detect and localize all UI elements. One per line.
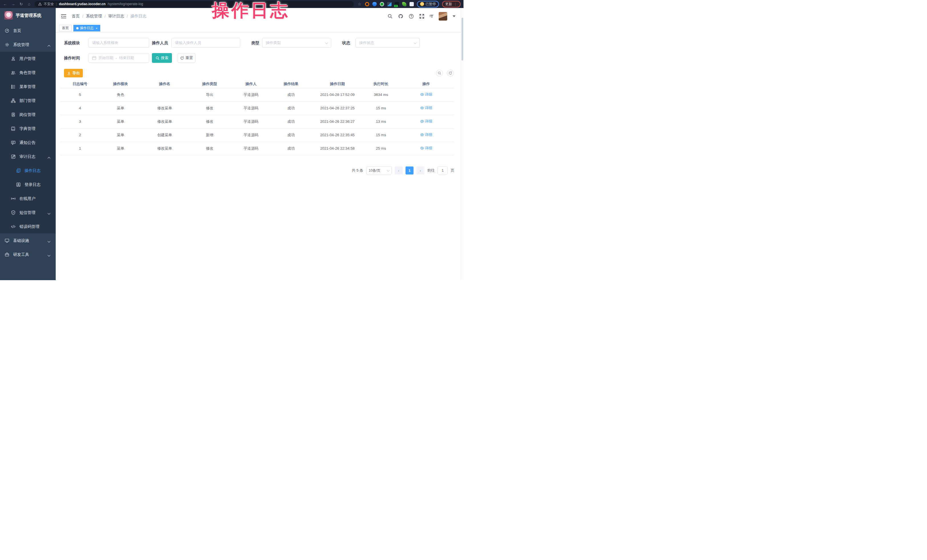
bookmark-star-icon[interactable]: ☆: [357, 2, 362, 6]
detail-link-label: 详细: [425, 146, 432, 151]
collapse-sidebar-icon[interactable]: [61, 14, 67, 18]
table-cell: 成功: [271, 128, 311, 142]
user-menu-caret-icon[interactable]: [453, 15, 456, 17]
breadcrumb-item[interactable]: 首页: [72, 14, 80, 19]
detail-link[interactable]: 详细: [420, 132, 432, 137]
extension-icon[interactable]: [372, 2, 377, 6]
sidebar-item-label: 操作日志: [24, 168, 41, 173]
home-icon[interactable]: ⌂: [27, 2, 31, 6]
detail-link-label: 详细: [425, 119, 432, 124]
search-icon[interactable]: [388, 14, 393, 19]
browser-update-button[interactable]: 更新 ⋮: [442, 1, 460, 8]
detail-link[interactable]: 详细: [420, 105, 432, 111]
sidebar-item-菜单管理[interactable]: 菜单管理: [0, 80, 56, 94]
sidebar-item-审计日志[interactable]: 审计日志: [0, 150, 56, 164]
tab-操作日志[interactable]: 操作日志×: [73, 25, 100, 32]
detail-link-label: 详细: [425, 92, 432, 97]
sidebar-item-错误码管理[interactable]: 错误码管理: [0, 220, 56, 234]
fullscreen-icon[interactable]: [419, 14, 424, 19]
extension-cluster: ☆ on 已暂停 更新 ⋮: [357, 1, 460, 8]
operator-input[interactable]: 请输入操作人员: [171, 38, 240, 48]
dictionary-icon: [11, 126, 16, 131]
scrollbar-thumb[interactable]: [462, 18, 463, 61]
github-icon[interactable]: [398, 14, 403, 19]
table-cell: 4: [60, 102, 100, 115]
sidebar-item-部门管理[interactable]: 部门管理: [0, 94, 56, 108]
export-button[interactable]: 导出: [64, 69, 83, 77]
tab-首页[interactable]: 首页: [59, 25, 72, 32]
sidebar-item-用户管理[interactable]: 用户管理: [0, 52, 56, 66]
column-header: 执行时长: [364, 80, 398, 88]
prev-page-button[interactable]: ‹: [395, 167, 403, 175]
table-cell: 2: [60, 128, 100, 142]
detail-link[interactable]: 详细: [420, 92, 432, 97]
reload-icon[interactable]: ↻: [19, 2, 23, 6]
sidebar-item-角色管理[interactable]: 角色管理: [0, 66, 56, 80]
date-range-picker[interactable]: 开始日期 - 结束日期: [88, 53, 149, 63]
sidebar-item-登录日志[interactable]: 登录日志: [0, 178, 56, 191]
close-icon[interactable]: ×: [96, 27, 97, 30]
sidebar-item-岗位管理[interactable]: 岗位管理: [0, 108, 56, 121]
app-title: 芋道管理系统: [16, 13, 41, 18]
table-cell: 菜单: [100, 102, 141, 115]
status-select[interactable]: 操作状态: [356, 38, 420, 48]
help-icon[interactable]: [409, 14, 414, 19]
reset-button[interactable]: 重置: [178, 53, 195, 63]
extension-icon[interactable]: [365, 2, 369, 6]
sidebar-item-首页[interactable]: 首页: [0, 24, 56, 38]
detail-link[interactable]: 详细: [420, 119, 432, 124]
user-avatar[interactable]: [439, 12, 447, 21]
app-logo-row[interactable]: 芋道管理系统: [0, 8, 56, 23]
table-cell: 15 ms: [364, 102, 398, 115]
module-label: 系统模块: [64, 38, 80, 48]
url-divider: |: [56, 2, 57, 6]
next-page-button[interactable]: ›: [416, 167, 424, 175]
font-size-icon[interactable]: ᵗT: [430, 14, 433, 18]
reset-button-label: 重置: [185, 55, 193, 61]
sidebar-item-系统管理[interactable]: 系统管理: [0, 38, 56, 52]
forward-icon[interactable]: →: [11, 2, 15, 6]
sidebar-item-label: 菜单管理: [20, 84, 35, 90]
search-button[interactable]: 搜索: [152, 53, 172, 63]
toggle-search-button[interactable]: [436, 70, 443, 76]
browser-menu-icon[interactable]: ⋮: [453, 2, 457, 6]
app-logo: [4, 11, 13, 20]
back-icon[interactable]: ←: [3, 2, 8, 6]
sidebar-item-label: 系统管理: [13, 42, 29, 47]
table-cell-actions: 详细: [398, 102, 454, 115]
sidebar-item-label: 首页: [13, 28, 21, 33]
eye-icon: [420, 133, 424, 137]
table-cell: 角色: [100, 88, 141, 102]
sidebar-item-通知公告[interactable]: 通知公告: [0, 136, 56, 150]
time-label: 操作时间: [64, 53, 80, 63]
tags-view-bar: 首页操作日志×: [56, 24, 460, 32]
extension-icon[interactable]: [402, 2, 406, 6]
module-input[interactable]: 请输入系统模块: [88, 38, 149, 48]
table-cell: 菜单: [100, 142, 141, 155]
table-cell: 3634 ms: [364, 88, 398, 102]
page-size-select[interactable]: 10条/页: [366, 167, 392, 175]
puzzle-extensions-icon[interactable]: [410, 2, 414, 6]
sidebar-item-研发工具[interactable]: 研发工具: [0, 247, 56, 262]
page-scrollbar[interactable]: [460, 8, 464, 280]
table-cell: 2021-04-26 22:35:45: [311, 128, 364, 142]
breadcrumb-item[interactable]: 系统管理: [86, 14, 102, 19]
refresh-table-button[interactable]: [447, 70, 454, 76]
breadcrumb-item[interactable]: 审计日志: [108, 14, 124, 19]
extension-icon[interactable]: [387, 2, 392, 6]
sidebar-item-字典管理[interactable]: 字典管理: [0, 121, 56, 136]
address-bar[interactable]: 不安全 | dashboard.yudao.iocoder.cn /system…: [35, 1, 354, 7]
sidebar-item-在线用户[interactable]: 在线用户: [0, 191, 56, 206]
profile-paused-badge[interactable]: 已暂停: [417, 1, 439, 8]
chevron-up-icon: [48, 157, 50, 159]
sidebar-item-短信管理[interactable]: 短信管理: [0, 206, 56, 220]
detail-link[interactable]: 详细: [420, 146, 432, 151]
type-select[interactable]: 操作类型: [262, 38, 331, 48]
extension-icon[interactable]: on: [395, 2, 399, 6]
start-date-placeholder: 开始日期: [99, 55, 113, 61]
goto-page-input[interactable]: 1: [438, 167, 448, 175]
sidebar-item-操作日志[interactable]: 操作日志: [0, 164, 56, 178]
page-1-button[interactable]: 1: [406, 167, 413, 175]
extension-icon[interactable]: [380, 2, 384, 6]
sidebar-item-基础设施[interactable]: 基础设施: [0, 234, 56, 247]
